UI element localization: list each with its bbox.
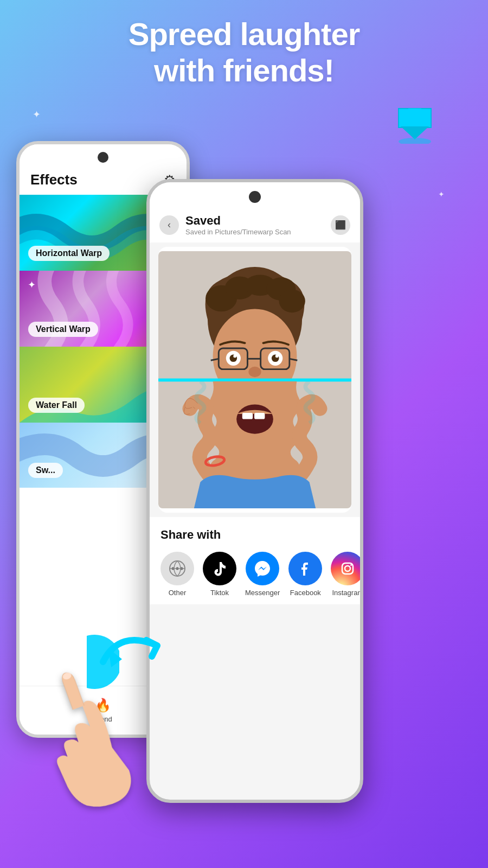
messenger-label: Messenger xyxy=(245,589,280,597)
share-instagram[interactable]: Instagram xyxy=(331,552,363,597)
stop-button[interactable]: ⬛ xyxy=(331,215,350,235)
tiktok-label: Tiktok xyxy=(210,589,229,597)
saved-subtitle: Saved in Pictures/Timewarp Scan xyxy=(185,228,324,236)
sparkle-1: ✦ xyxy=(33,108,41,120)
photo-preview-area xyxy=(158,247,351,513)
other-label: Other xyxy=(169,589,187,597)
svg-point-22 xyxy=(248,367,261,377)
share-section: Share with Other xyxy=(150,517,360,604)
share-facebook[interactable]: Facebook xyxy=(288,552,322,597)
instagram-icon xyxy=(331,552,363,585)
share-messenger[interactable]: Messenger xyxy=(245,552,280,597)
svg-rect-28 xyxy=(254,413,265,419)
messenger-icon xyxy=(246,552,279,585)
saved-title: Saved xyxy=(185,214,324,228)
facebook-label: Facebook xyxy=(290,589,321,597)
svg-rect-27 xyxy=(242,413,253,419)
share-other[interactable]: Other xyxy=(160,552,194,597)
share-phone: ‹ Saved Saved in Pictures/Timewarp Scan … xyxy=(146,179,363,803)
facebook-icon xyxy=(288,552,322,585)
header-line1: Spreed laughter xyxy=(129,16,360,52)
sparkle-2: ✦ xyxy=(438,190,445,199)
instagram-label: Instagram xyxy=(332,589,363,597)
back-phone-notch xyxy=(98,152,108,163)
vertical-warp-label: Vertical Warp xyxy=(28,322,98,337)
share-apps-row: Other Tiktok xyxy=(160,552,349,597)
effects-title: Effects xyxy=(30,171,78,188)
other-icon xyxy=(160,552,194,585)
share-with-title: Share with xyxy=(160,528,349,542)
back-button[interactable]: ‹ xyxy=(159,215,179,235)
svg-point-37 xyxy=(345,566,350,571)
tiktok-icon xyxy=(203,552,236,585)
waterfall-label: Water Fall xyxy=(28,398,85,413)
svg-point-20 xyxy=(233,355,236,358)
header-title: Spreed laughter with friends! xyxy=(0,0,488,99)
swirl-label: Sw... xyxy=(28,463,63,478)
svg-rect-24 xyxy=(158,379,351,381)
phones-container: Effects ⚙ ✦ ✦ Horizontal Warp xyxy=(0,130,488,868)
saved-info: Saved Saved in Pictures/Timewarp Scan xyxy=(185,214,324,236)
distorted-face-image xyxy=(158,247,351,513)
header-line2: with friends! xyxy=(154,53,334,88)
svg-point-21 xyxy=(275,355,279,358)
front-phone-notch xyxy=(249,191,261,203)
svg-point-26 xyxy=(236,404,273,433)
svg-point-9 xyxy=(279,290,305,313)
svg-point-38 xyxy=(350,564,352,566)
share-tiktok[interactable]: Tiktok xyxy=(203,552,236,597)
horizontal-warp-label: Horizontal Warp xyxy=(28,246,110,261)
share-arrow-decoration xyxy=(87,618,174,716)
svg-rect-0 xyxy=(408,108,421,126)
